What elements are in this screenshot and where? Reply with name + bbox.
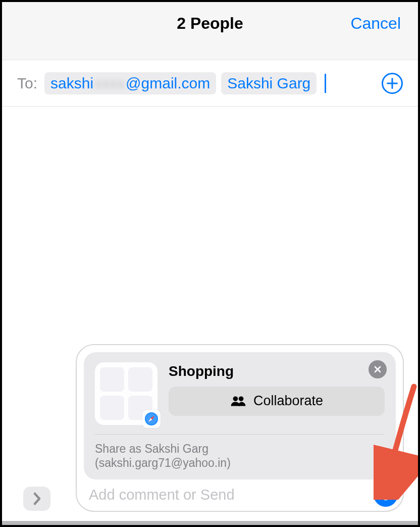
cancel-button[interactable]: Cancel [350,14,401,33]
divider [95,434,385,435]
bottom-bar [2,521,418,525]
comment-input[interactable]: Add comment or Send [89,487,369,503]
text-caret [325,74,326,93]
svg-point-5 [239,396,244,401]
to-label: To: [17,75,37,92]
recipients-row[interactable]: To: sakshixxxx@gmail.com Sakshi Garg [2,60,418,107]
attachment-title: Shopping [169,363,385,379]
remove-attachment-button[interactable] [369,360,387,378]
people-icon [230,396,246,407]
recipient-pill[interactable]: Sakshi Garg [221,72,317,94]
recipient-text-part: sakshi [50,75,93,92]
add-contact-button[interactable] [382,73,403,94]
message-composer: Shopping Collaborate [76,344,404,512]
comment-input-row[interactable]: Add comment or Send [77,480,403,511]
collaborate-label: Collaborate [253,393,323,409]
header: 2 People Cancel [2,2,418,60]
recipient-text: Sakshi Garg [227,75,310,92]
svg-point-4 [233,396,238,401]
apps-toggle-button[interactable] [23,487,50,511]
arrow-up-icon [380,488,392,502]
close-icon [374,365,382,373]
recipient-text-part: @gmail.com [126,75,210,92]
send-button[interactable] [374,483,398,507]
conversation-area: Shopping Collaborate [2,107,418,525]
share-as-text: Share as Sakshi Garg (sakshi.garg71@yaho… [95,442,385,471]
collaborate-button[interactable]: Collaborate [169,387,385,416]
safari-icon [142,410,161,428]
share-attachment-card: Shopping Collaborate [84,352,396,480]
recipient-pill[interactable]: sakshixxxx@gmail.com [44,72,216,94]
chevron-right-icon [32,492,42,506]
page-title: 2 People [177,14,243,33]
attachment-thumbnail [95,362,158,425]
redacted-text: xxxx [93,75,126,92]
